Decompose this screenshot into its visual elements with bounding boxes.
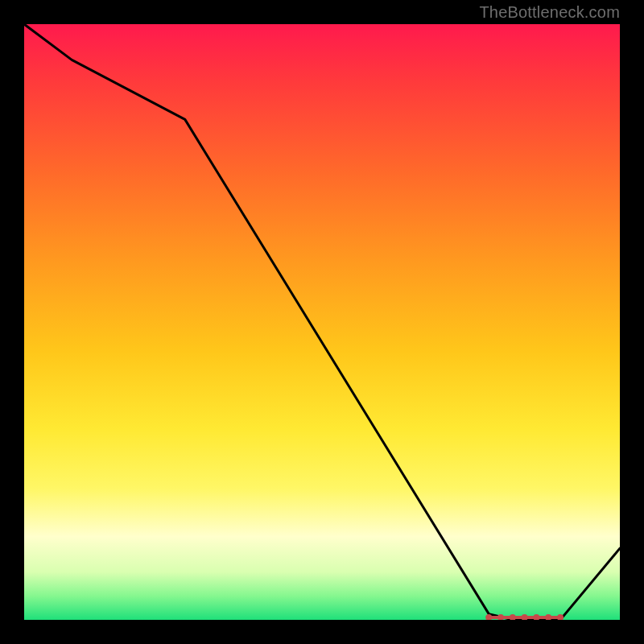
attribution-label: TheBottleneck.com — [479, 3, 620, 22]
valley-marker-dot — [557, 614, 564, 620]
chart-line-series — [24, 24, 620, 620]
chart-frame: TheBottleneck.com — [0, 0, 644, 644]
chart-plot-area — [24, 24, 620, 620]
chart-svg — [24, 24, 620, 620]
